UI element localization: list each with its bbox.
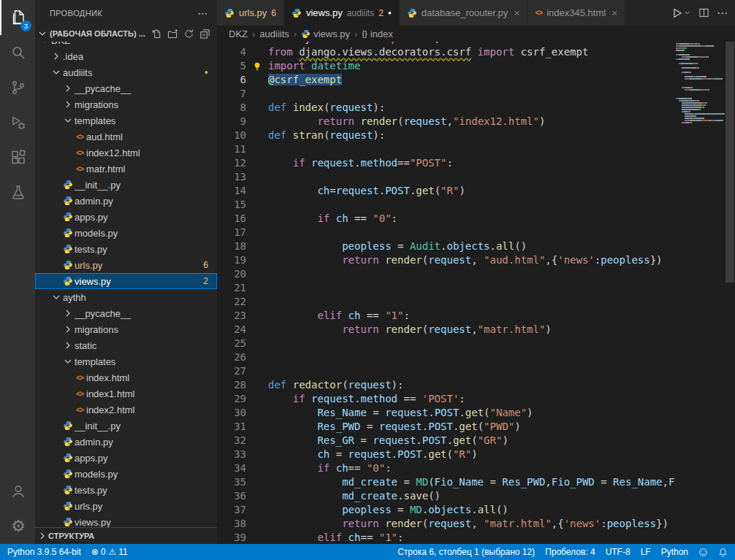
tree-item-templates[interactable]: templates [35,353,217,369]
account-icon[interactable] [0,474,35,509]
tree-item-index.html[interactable]: <>index.html [35,369,217,386]
tree-item-admin.py[interactable]: admin.py [35,193,217,209]
tree-item-aud.html[interactable]: <>aud.html [35,129,217,145]
tree-item-__init__.py[interactable]: __init__.py [35,177,217,193]
minimap[interactable] [676,42,725,544]
status-feedback-icon[interactable] [698,548,708,557]
code-line-8[interactable]: 8def index(request): [217,101,676,115]
tree-item-migrations[interactable]: migrations [35,321,217,337]
code-line-27[interactable]: 27 [217,364,676,378]
tree-item-apps.py[interactable]: apps.py [35,209,217,225]
code-viewport[interactable]: 3from aythh.models import MD,Audit4from … [217,42,676,544]
extensions-icon[interactable] [0,140,35,175]
code-line-14[interactable]: 14 ch=request.POST.get("R") [217,184,676,198]
close-icon[interactable]: × [512,7,519,19]
workspace-section-header[interactable]: (РАБОЧАЯ ОБЛАСТЬ) ... [35,26,217,42]
code-line-12[interactable]: 12 if request.method=="POST": [217,156,676,170]
code-line-34[interactable]: 34 if ch== "0": [217,461,676,475]
tree-item-__pycache__[interactable]: __pycache__ [35,305,217,321]
breadcrumb-item-index[interactable]: {}index [362,28,392,39]
code-line-9[interactable]: 9 return render(request,"index12.html") [217,115,676,129]
code-line-29[interactable]: 29 if request.method == 'POST': [217,392,676,406]
tree-item-urls.py[interactable]: urls.py [35,498,217,514]
tree-item-static[interactable]: static [35,337,217,353]
tree-item-audiiits[interactable]: audiiits● [35,64,217,80]
collapse-all-icon[interactable] [198,27,211,40]
new-folder-icon[interactable] [166,27,179,40]
tree-item-.idea[interactable]: .idea [35,48,217,64]
sidebar-more-icon[interactable]: ⋯ [198,7,208,19]
tree-item-views.py[interactable]: views.py [35,514,217,527]
status-problems[interactable]: ⊗ 0 ⚠ 11 [91,547,128,557]
tab-urls.py[interactable]: urls.py6 [217,0,284,26]
tree-item-views.py[interactable]: views.py2 [35,273,217,289]
tree-item-apps.py[interactable]: apps.py [35,450,217,466]
tree-item-aythh[interactable]: aythh [35,289,217,305]
code-line-33[interactable]: 33 ch = request.POST.get("R") [217,448,676,461]
code-line-32[interactable]: 32 Res_GR = request.POST.get("GR") [217,434,676,448]
code-line-17[interactable]: 17 [217,226,676,239]
breadcrumb-item-views.py[interactable]: views.py [301,28,350,39]
code-line-30[interactable]: 30 Res_Name = request.POST.get("Name") [217,406,676,420]
vertical-scrollbar[interactable] [725,42,735,544]
tree-item-migrations[interactable]: migrations [35,96,217,112]
source-control-icon[interactable] [0,70,35,105]
tree-item-tests.py[interactable]: tests.py [35,482,217,498]
split-editor-button[interactable] [698,7,709,18]
code-line-13[interactable]: 13 [217,170,676,184]
new-file-icon[interactable] [150,27,163,40]
code-line-23[interactable]: 23 elif ch == "1": [217,309,676,323]
code-line-26[interactable]: 26 [217,350,676,364]
tree-item-tests.py[interactable]: tests.py [35,241,217,257]
more-actions-button[interactable]: ⋯ [717,7,728,20]
scrollbar-thumb[interactable] [726,42,734,283]
code-line-22[interactable]: 22 [217,295,676,309]
status-cursor-position[interactable]: Строка 6, столбец 1 (выбрано 12) [397,547,535,557]
tree-item-models.py[interactable]: models.py [35,225,217,241]
tree-item-DKZ[interactable]: DKZ [35,42,217,48]
code-line-10[interactable]: 10def stran(request): [217,129,676,142]
status-encoding[interactable]: UTF-8 [606,547,631,557]
tree-item-urls.py[interactable]: urls.py6 [35,257,217,273]
status-python-interpreter[interactable]: Python 3.9.5 64-bit [7,547,81,557]
tree-item-models.py[interactable]: models.py [35,466,217,482]
tree-item-index12.html[interactable]: <>index12.html [35,145,217,161]
tree-item-templates[interactable]: templates [35,112,217,129]
code-line-28[interactable]: 28def redactor(request): [217,378,676,392]
tree-item-index2.html[interactable]: <>index2.html [35,402,217,418]
code-line-18[interactable]: 18 peopless = Audit.objects.all() [217,239,676,253]
code-line-35[interactable]: 35 md_create = MD(Fio_Name = Res_PWD,Fio… [217,475,676,489]
search-icon[interactable] [0,35,35,70]
settings-gear-icon[interactable]: ⚙ [0,509,35,544]
tab-views.py[interactable]: views.pyaudiiits2● [284,0,400,26]
tab-index345.html[interactable]: <>index345.html× [528,0,625,26]
refresh-icon[interactable] [182,27,195,40]
code-line-24[interactable]: 24 return render(request,"matr.html") [217,323,676,337]
breadcrumb-item-audiiits[interactable]: audiiits [259,28,289,39]
code-line-20[interactable]: 20 [217,267,676,281]
tree-item-index1.html[interactable]: <>index1.html [35,386,217,402]
tree-item-__init__.py[interactable]: __init__.py [35,418,217,434]
code-line-25[interactable]: 25 [217,337,676,350]
outline-section-header[interactable]: СТРУКТУРА [35,527,217,544]
code-line-11[interactable]: 11 [217,142,676,156]
code-line-38[interactable]: 38 return render(request, "matr.html",{'… [217,517,676,531]
code-line-31[interactable]: 31 Res_PWD = request.POST.get("PWD") [217,420,676,434]
run-python-file-button[interactable] [671,7,691,19]
close-icon[interactable]: × [610,7,617,19]
tab-database_roouter.py[interactable]: database_roouter.py× [400,0,528,26]
run-debug-icon[interactable] [0,105,35,140]
breadcrumb-item-DKZ[interactable]: DKZ [229,28,248,39]
code-line-21[interactable]: 21 [217,281,676,295]
status-eol[interactable]: LF [641,547,651,557]
code-line-15[interactable]: 15 [217,198,676,212]
tree-item-admin.py[interactable]: admin.py [35,434,217,450]
status-language-mode[interactable]: Python [661,547,688,557]
code-line-4[interactable]: 4from django.views.decorators.csrf impor… [217,45,676,59]
code-line-6[interactable]: 6@csrf_exempt [217,73,676,87]
code-line-39[interactable]: 39 elif ch== "1": [217,531,676,544]
code-line-16[interactable]: 16 if ch == "0": [217,212,676,226]
code-line-5[interactable]: 5import datetime [217,59,676,73]
status-bell-icon[interactable] [718,548,728,557]
tree-item-__pycache__[interactable]: __pycache__ [35,80,217,96]
